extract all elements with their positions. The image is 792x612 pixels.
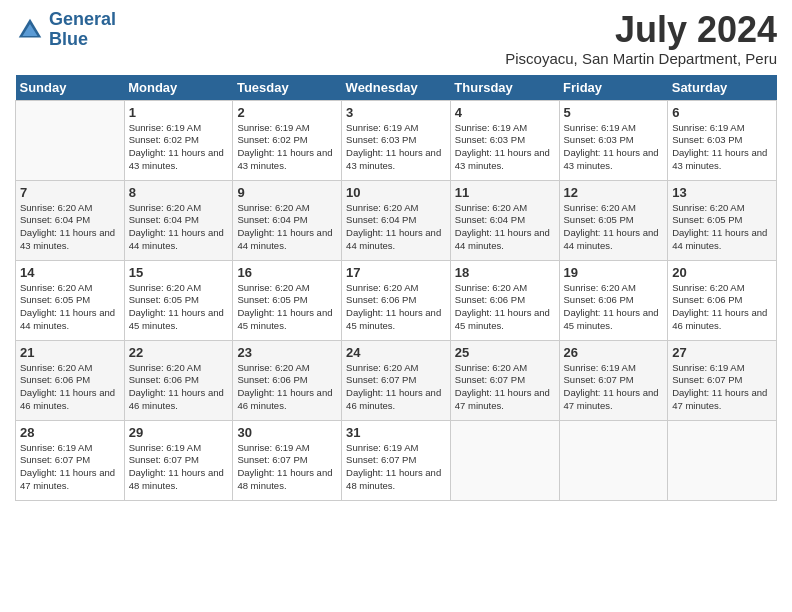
- day-cell: 20Sunrise: 6:20 AM Sunset: 6:06 PM Dayli…: [668, 260, 777, 340]
- day-cell: 28Sunrise: 6:19 AM Sunset: 6:07 PM Dayli…: [16, 420, 125, 500]
- day-info: Sunrise: 6:20 AM Sunset: 6:06 PM Dayligh…: [564, 282, 664, 333]
- day-cell: 12Sunrise: 6:20 AM Sunset: 6:05 PM Dayli…: [559, 180, 668, 260]
- day-cell: 27Sunrise: 6:19 AM Sunset: 6:07 PM Dayli…: [668, 340, 777, 420]
- day-number: 4: [455, 105, 555, 120]
- day-number: 30: [237, 425, 337, 440]
- day-info: Sunrise: 6:20 AM Sunset: 6:06 PM Dayligh…: [346, 282, 446, 333]
- day-cell: 1Sunrise: 6:19 AM Sunset: 6:02 PM Daylig…: [124, 100, 233, 180]
- day-number: 25: [455, 345, 555, 360]
- day-cell: 26Sunrise: 6:19 AM Sunset: 6:07 PM Dayli…: [559, 340, 668, 420]
- day-header-tuesday: Tuesday: [233, 75, 342, 101]
- day-cell: 15Sunrise: 6:20 AM Sunset: 6:05 PM Dayli…: [124, 260, 233, 340]
- day-cell: 4Sunrise: 6:19 AM Sunset: 6:03 PM Daylig…: [450, 100, 559, 180]
- day-cell: 29Sunrise: 6:19 AM Sunset: 6:07 PM Dayli…: [124, 420, 233, 500]
- day-number: 26: [564, 345, 664, 360]
- day-cell: 22Sunrise: 6:20 AM Sunset: 6:06 PM Dayli…: [124, 340, 233, 420]
- day-info: Sunrise: 6:20 AM Sunset: 6:05 PM Dayligh…: [672, 202, 772, 253]
- logo-icon: [15, 15, 45, 45]
- day-cell: [559, 420, 668, 500]
- day-header-monday: Monday: [124, 75, 233, 101]
- day-number: 10: [346, 185, 446, 200]
- day-number: 28: [20, 425, 120, 440]
- day-info: Sunrise: 6:19 AM Sunset: 6:07 PM Dayligh…: [672, 362, 772, 413]
- day-number: 29: [129, 425, 229, 440]
- day-cell: 24Sunrise: 6:20 AM Sunset: 6:07 PM Dayli…: [342, 340, 451, 420]
- logo-line2: Blue: [49, 29, 88, 49]
- day-cell: 25Sunrise: 6:20 AM Sunset: 6:07 PM Dayli…: [450, 340, 559, 420]
- day-info: Sunrise: 6:20 AM Sunset: 6:04 PM Dayligh…: [129, 202, 229, 253]
- day-cell: 17Sunrise: 6:20 AM Sunset: 6:06 PM Dayli…: [342, 260, 451, 340]
- header-row: SundayMondayTuesdayWednesdayThursdayFrid…: [16, 75, 777, 101]
- day-info: Sunrise: 6:20 AM Sunset: 6:06 PM Dayligh…: [237, 362, 337, 413]
- day-info: Sunrise: 6:20 AM Sunset: 6:07 PM Dayligh…: [346, 362, 446, 413]
- day-info: Sunrise: 6:19 AM Sunset: 6:03 PM Dayligh…: [346, 122, 446, 173]
- day-number: 20: [672, 265, 772, 280]
- day-number: 2: [237, 105, 337, 120]
- day-cell: 31Sunrise: 6:19 AM Sunset: 6:07 PM Dayli…: [342, 420, 451, 500]
- subtitle: Piscoyacu, San Martin Department, Peru: [505, 50, 777, 67]
- day-number: 23: [237, 345, 337, 360]
- day-number: 13: [672, 185, 772, 200]
- day-header-wednesday: Wednesday: [342, 75, 451, 101]
- day-number: 9: [237, 185, 337, 200]
- day-info: Sunrise: 6:20 AM Sunset: 6:06 PM Dayligh…: [455, 282, 555, 333]
- day-header-sunday: Sunday: [16, 75, 125, 101]
- day-number: 17: [346, 265, 446, 280]
- logo: General Blue: [15, 10, 116, 50]
- logo-line1: General: [49, 9, 116, 29]
- day-info: Sunrise: 6:19 AM Sunset: 6:03 PM Dayligh…: [455, 122, 555, 173]
- day-info: Sunrise: 6:20 AM Sunset: 6:05 PM Dayligh…: [129, 282, 229, 333]
- day-cell: 23Sunrise: 6:20 AM Sunset: 6:06 PM Dayli…: [233, 340, 342, 420]
- title-area: July 2024 Piscoyacu, San Martin Departme…: [505, 10, 777, 67]
- day-number: 12: [564, 185, 664, 200]
- day-number: 16: [237, 265, 337, 280]
- day-number: 18: [455, 265, 555, 280]
- day-cell: 14Sunrise: 6:20 AM Sunset: 6:05 PM Dayli…: [16, 260, 125, 340]
- day-info: Sunrise: 6:20 AM Sunset: 6:05 PM Dayligh…: [20, 282, 120, 333]
- day-number: 7: [20, 185, 120, 200]
- day-number: 1: [129, 105, 229, 120]
- day-number: 11: [455, 185, 555, 200]
- day-cell: 16Sunrise: 6:20 AM Sunset: 6:05 PM Dayli…: [233, 260, 342, 340]
- day-info: Sunrise: 6:20 AM Sunset: 6:04 PM Dayligh…: [455, 202, 555, 253]
- day-number: 19: [564, 265, 664, 280]
- day-number: 8: [129, 185, 229, 200]
- page: General Blue July 2024 Piscoyacu, San Ma…: [0, 0, 792, 612]
- day-number: 15: [129, 265, 229, 280]
- day-number: 14: [20, 265, 120, 280]
- day-info: Sunrise: 6:19 AM Sunset: 6:07 PM Dayligh…: [129, 442, 229, 493]
- day-header-saturday: Saturday: [668, 75, 777, 101]
- day-number: 22: [129, 345, 229, 360]
- day-info: Sunrise: 6:20 AM Sunset: 6:06 PM Dayligh…: [20, 362, 120, 413]
- day-info: Sunrise: 6:19 AM Sunset: 6:07 PM Dayligh…: [564, 362, 664, 413]
- day-info: Sunrise: 6:20 AM Sunset: 6:04 PM Dayligh…: [20, 202, 120, 253]
- day-cell: 9Sunrise: 6:20 AM Sunset: 6:04 PM Daylig…: [233, 180, 342, 260]
- day-number: 3: [346, 105, 446, 120]
- day-cell: [450, 420, 559, 500]
- day-cell: 8Sunrise: 6:20 AM Sunset: 6:04 PM Daylig…: [124, 180, 233, 260]
- main-title: July 2024: [505, 10, 777, 50]
- day-cell: 5Sunrise: 6:19 AM Sunset: 6:03 PM Daylig…: [559, 100, 668, 180]
- day-info: Sunrise: 6:20 AM Sunset: 6:07 PM Dayligh…: [455, 362, 555, 413]
- day-number: 5: [564, 105, 664, 120]
- day-number: 6: [672, 105, 772, 120]
- day-info: Sunrise: 6:19 AM Sunset: 6:07 PM Dayligh…: [237, 442, 337, 493]
- day-info: Sunrise: 6:20 AM Sunset: 6:05 PM Dayligh…: [564, 202, 664, 253]
- week-row-2: 7Sunrise: 6:20 AM Sunset: 6:04 PM Daylig…: [16, 180, 777, 260]
- day-cell: 2Sunrise: 6:19 AM Sunset: 6:02 PM Daylig…: [233, 100, 342, 180]
- day-info: Sunrise: 6:19 AM Sunset: 6:07 PM Dayligh…: [346, 442, 446, 493]
- day-info: Sunrise: 6:20 AM Sunset: 6:04 PM Dayligh…: [237, 202, 337, 253]
- day-number: 27: [672, 345, 772, 360]
- day-number: 31: [346, 425, 446, 440]
- week-row-5: 28Sunrise: 6:19 AM Sunset: 6:07 PM Dayli…: [16, 420, 777, 500]
- day-cell: 3Sunrise: 6:19 AM Sunset: 6:03 PM Daylig…: [342, 100, 451, 180]
- day-cell: [16, 100, 125, 180]
- day-cell: 30Sunrise: 6:19 AM Sunset: 6:07 PM Dayli…: [233, 420, 342, 500]
- day-info: Sunrise: 6:20 AM Sunset: 6:06 PM Dayligh…: [672, 282, 772, 333]
- day-cell: 11Sunrise: 6:20 AM Sunset: 6:04 PM Dayli…: [450, 180, 559, 260]
- day-cell: 19Sunrise: 6:20 AM Sunset: 6:06 PM Dayli…: [559, 260, 668, 340]
- day-header-friday: Friday: [559, 75, 668, 101]
- calendar-table: SundayMondayTuesdayWednesdayThursdayFrid…: [15, 75, 777, 501]
- day-cell: [668, 420, 777, 500]
- day-cell: 6Sunrise: 6:19 AM Sunset: 6:03 PM Daylig…: [668, 100, 777, 180]
